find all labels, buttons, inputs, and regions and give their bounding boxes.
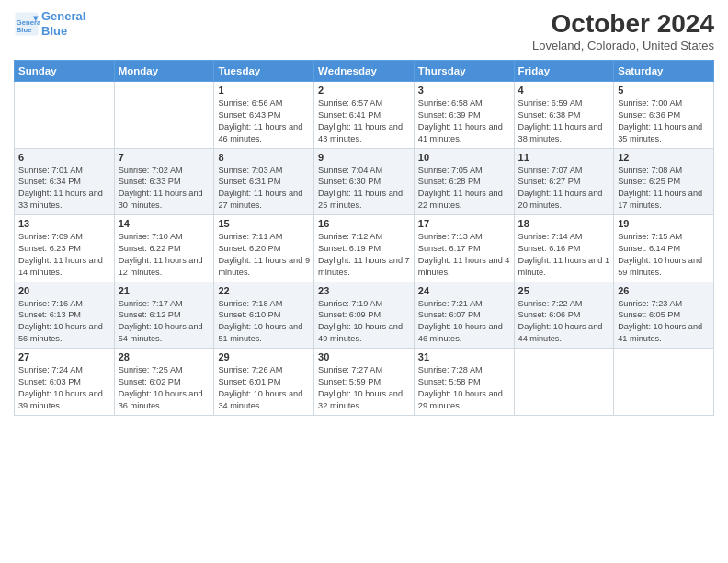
calendar-cell: 11Sunrise: 7:07 AM Sunset: 6:27 PM Dayli… xyxy=(514,148,614,215)
day-info: Sunrise: 7:25 AM Sunset: 6:02 PM Dayligh… xyxy=(119,364,210,412)
day-info: Sunrise: 7:24 AM Sunset: 6:03 PM Dayligh… xyxy=(18,364,110,412)
day-info: Sunrise: 7:17 AM Sunset: 6:12 PM Dayligh… xyxy=(119,298,210,346)
logo: General Blue General Blue xyxy=(14,9,85,38)
day-info: Sunrise: 7:10 AM Sunset: 6:22 PM Dayligh… xyxy=(119,231,210,279)
col-thursday: Thursday xyxy=(414,61,514,82)
calendar-cell: 26Sunrise: 7:23 AM Sunset: 6:05 PM Dayli… xyxy=(614,282,714,349)
calendar-cell: 19Sunrise: 7:15 AM Sunset: 6:14 PM Dayli… xyxy=(614,215,714,282)
calendar-cell: 25Sunrise: 7:22 AM Sunset: 6:06 PM Dayli… xyxy=(514,282,614,349)
day-info: Sunrise: 7:19 AM Sunset: 6:09 PM Dayligh… xyxy=(318,298,410,346)
calendar-cell: 4Sunrise: 6:59 AM Sunset: 6:38 PM Daylig… xyxy=(514,82,614,149)
calendar-cell: 8Sunrise: 7:03 AM Sunset: 6:31 PM Daylig… xyxy=(214,148,314,215)
day-number: 27 xyxy=(18,351,110,362)
calendar-cell: 28Sunrise: 7:25 AM Sunset: 6:02 PM Dayli… xyxy=(114,349,214,416)
day-info: Sunrise: 7:11 AM Sunset: 6:20 PM Dayligh… xyxy=(218,231,310,279)
calendar-cell xyxy=(114,82,214,149)
calendar-table: Sunday Monday Tuesday Wednesday Thursday… xyxy=(14,60,714,416)
day-info: Sunrise: 7:05 AM Sunset: 6:28 PM Dayligh… xyxy=(418,165,510,213)
page: General Blue General Blue October 2024 L… xyxy=(0,0,728,563)
calendar-week-2: 13Sunrise: 7:09 AM Sunset: 6:23 PM Dayli… xyxy=(15,215,714,282)
calendar-cell: 31Sunrise: 7:28 AM Sunset: 5:58 PM Dayli… xyxy=(414,349,514,416)
calendar-cell: 29Sunrise: 7:26 AM Sunset: 6:01 PM Dayli… xyxy=(214,349,314,416)
calendar-cell: 7Sunrise: 7:02 AM Sunset: 6:33 PM Daylig… xyxy=(114,148,214,215)
title-block: October 2024 Loveland, Colorado, United … xyxy=(532,9,714,52)
logo-text: General Blue xyxy=(41,9,85,38)
calendar-cell: 15Sunrise: 7:11 AM Sunset: 6:20 PM Dayli… xyxy=(214,215,314,282)
calendar-cell: 13Sunrise: 7:09 AM Sunset: 6:23 PM Dayli… xyxy=(15,215,115,282)
location: Loveland, Colorado, United States xyxy=(532,39,714,52)
calendar-header: Sunday Monday Tuesday Wednesday Thursday… xyxy=(15,61,714,82)
day-number: 9 xyxy=(318,152,410,163)
calendar-cell: 9Sunrise: 7:04 AM Sunset: 6:30 PM Daylig… xyxy=(314,148,415,215)
calendar-week-1: 6Sunrise: 7:01 AM Sunset: 6:34 PM Daylig… xyxy=(15,148,714,215)
day-info: Sunrise: 7:16 AM Sunset: 6:13 PM Dayligh… xyxy=(18,298,110,346)
day-info: Sunrise: 6:57 AM Sunset: 6:41 PM Dayligh… xyxy=(318,98,410,145)
day-number: 7 xyxy=(119,152,210,163)
day-info: Sunrise: 7:22 AM Sunset: 6:06 PM Dayligh… xyxy=(518,298,610,346)
day-info: Sunrise: 7:15 AM Sunset: 6:14 PM Dayligh… xyxy=(618,231,710,279)
day-info: Sunrise: 7:01 AM Sunset: 6:34 PM Dayligh… xyxy=(18,165,110,213)
day-info: Sunrise: 7:18 AM Sunset: 6:10 PM Dayligh… xyxy=(218,298,310,346)
calendar-cell: 10Sunrise: 7:05 AM Sunset: 6:28 PM Dayli… xyxy=(414,148,514,215)
col-tuesday: Tuesday xyxy=(214,61,314,82)
day-number: 17 xyxy=(418,218,510,229)
day-number: 16 xyxy=(318,218,410,229)
day-number: 24 xyxy=(418,285,510,296)
calendar-week-0: 1Sunrise: 6:56 AM Sunset: 6:43 PM Daylig… xyxy=(15,82,714,149)
day-number: 25 xyxy=(518,285,610,296)
day-number: 4 xyxy=(518,85,610,96)
day-number: 10 xyxy=(418,152,510,163)
calendar-cell: 6Sunrise: 7:01 AM Sunset: 6:34 PM Daylig… xyxy=(15,148,115,215)
day-info: Sunrise: 6:56 AM Sunset: 6:43 PM Dayligh… xyxy=(218,98,310,145)
day-number: 28 xyxy=(119,351,210,362)
calendar-cell: 21Sunrise: 7:17 AM Sunset: 6:12 PM Dayli… xyxy=(114,282,214,349)
day-number: 14 xyxy=(119,218,210,229)
day-info: Sunrise: 7:08 AM Sunset: 6:25 PM Dayligh… xyxy=(618,165,710,213)
day-number: 23 xyxy=(318,285,410,296)
calendar-cell: 12Sunrise: 7:08 AM Sunset: 6:25 PM Dayli… xyxy=(614,148,714,215)
calendar-cell: 1Sunrise: 6:56 AM Sunset: 6:43 PM Daylig… xyxy=(214,82,314,149)
calendar-cell: 2Sunrise: 6:57 AM Sunset: 6:41 PM Daylig… xyxy=(314,82,415,149)
day-number: 31 xyxy=(418,351,510,362)
col-saturday: Saturday xyxy=(614,61,714,82)
calendar-cell: 22Sunrise: 7:18 AM Sunset: 6:10 PM Dayli… xyxy=(214,282,314,349)
day-info: Sunrise: 7:27 AM Sunset: 5:59 PM Dayligh… xyxy=(318,364,410,412)
day-info: Sunrise: 7:03 AM Sunset: 6:31 PM Dayligh… xyxy=(218,165,310,213)
calendar-cell: 3Sunrise: 6:58 AM Sunset: 6:39 PM Daylig… xyxy=(414,82,514,149)
day-info: Sunrise: 7:00 AM Sunset: 6:36 PM Dayligh… xyxy=(618,98,710,145)
calendar-cell: 18Sunrise: 7:14 AM Sunset: 6:16 PM Dayli… xyxy=(514,215,614,282)
calendar-cell: 17Sunrise: 7:13 AM Sunset: 6:17 PM Dayli… xyxy=(414,215,514,282)
logo-line1: General xyxy=(41,9,85,23)
day-number: 30 xyxy=(318,351,410,362)
day-info: Sunrise: 6:59 AM Sunset: 6:38 PM Dayligh… xyxy=(518,98,610,145)
day-number: 15 xyxy=(218,218,310,229)
day-info: Sunrise: 7:26 AM Sunset: 6:01 PM Dayligh… xyxy=(218,364,310,412)
calendar-cell: 20Sunrise: 7:16 AM Sunset: 6:13 PM Dayli… xyxy=(15,282,115,349)
calendar-cell xyxy=(514,349,614,416)
calendar-cell: 16Sunrise: 7:12 AM Sunset: 6:19 PM Dayli… xyxy=(314,215,415,282)
day-number: 5 xyxy=(618,85,710,96)
svg-text:Blue: Blue xyxy=(17,26,32,34)
day-info: Sunrise: 6:58 AM Sunset: 6:39 PM Dayligh… xyxy=(418,98,510,145)
day-info: Sunrise: 7:09 AM Sunset: 6:23 PM Dayligh… xyxy=(18,231,110,279)
days-row: Sunday Monday Tuesday Wednesday Thursday… xyxy=(15,61,714,82)
day-number: 26 xyxy=(618,285,710,296)
calendar-body: 1Sunrise: 6:56 AM Sunset: 6:43 PM Daylig… xyxy=(15,82,714,416)
logo-icon: General Blue xyxy=(14,11,40,37)
logo-line2: Blue xyxy=(41,24,67,38)
day-info: Sunrise: 7:14 AM Sunset: 6:16 PM Dayligh… xyxy=(518,231,610,279)
calendar-cell: 27Sunrise: 7:24 AM Sunset: 6:03 PM Dayli… xyxy=(15,349,115,416)
col-sunday: Sunday xyxy=(15,61,115,82)
day-info: Sunrise: 7:02 AM Sunset: 6:33 PM Dayligh… xyxy=(119,165,210,213)
calendar-cell: 23Sunrise: 7:19 AM Sunset: 6:09 PM Dayli… xyxy=(314,282,415,349)
day-number: 6 xyxy=(18,152,110,163)
day-number: 21 xyxy=(119,285,210,296)
header: General Blue General Blue October 2024 L… xyxy=(14,9,714,52)
col-monday: Monday xyxy=(114,61,214,82)
day-number: 8 xyxy=(218,152,310,163)
col-wednesday: Wednesday xyxy=(314,61,415,82)
day-info: Sunrise: 7:23 AM Sunset: 6:05 PM Dayligh… xyxy=(618,298,710,346)
calendar-week-4: 27Sunrise: 7:24 AM Sunset: 6:03 PM Dayli… xyxy=(15,349,714,416)
calendar-cell xyxy=(15,82,115,149)
day-info: Sunrise: 7:04 AM Sunset: 6:30 PM Dayligh… xyxy=(318,165,410,213)
